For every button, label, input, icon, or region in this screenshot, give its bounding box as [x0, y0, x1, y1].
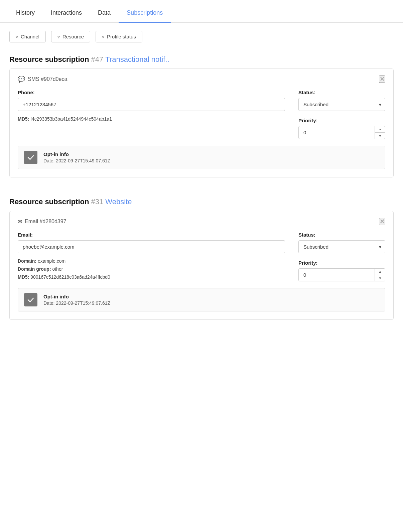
filters-bar: ▿ Channel ▿ Resource ▿ Profile status: [0, 23, 403, 46]
filter-profile-status-label: Profile status: [107, 34, 136, 39]
filter-icon-2: ▿: [57, 34, 60, 39]
section-2-title: Resource subscription: [9, 197, 89, 206]
card-2-domain-value: example.com: [38, 258, 65, 264]
card-2-domain-group-row: Domain group: other: [18, 265, 285, 273]
card-2-opt-in-checkbox: [24, 293, 37, 306]
card-2-priority-down[interactable]: ▼: [375, 275, 385, 281]
card-2-priority-wrapper: ▲ ▼: [298, 268, 385, 281]
section-1-card: 💬 SMS #907d0eca ✕ Phone: MD5: f4c293353b…: [9, 69, 394, 177]
card-1-phone-label: Phone:: [18, 90, 285, 95]
card-1-status-select-wrapper: Subscribed Unsubscribed Pending: [298, 98, 385, 111]
card-2-opt-in-title: Opt-in info: [43, 294, 110, 299]
filter-profile-status-button[interactable]: ▿ Profile status: [96, 31, 142, 42]
card-1-status-select[interactable]: Subscribed Unsubscribed Pending: [298, 98, 385, 111]
card-2-close-button[interactable]: ✕: [379, 218, 385, 225]
card-2-opt-in-date: Date: 2022-09-27T15:49:07.61Z: [43, 300, 110, 306]
card-2-domain-group-label: Domain group:: [18, 266, 51, 272]
card-1-opt-in-text: Opt-in info Date: 2022-09-27T15:49:07.61…: [43, 151, 110, 163]
card-1-form-row: Phone: MD5: f4c293353b3ba41d5244944c504a…: [18, 90, 385, 139]
envelope-icon: ✉: [18, 219, 22, 225]
card-2-domain-label: Domain:: [18, 258, 36, 264]
card-2-status-select-wrapper: Subscribed Unsubscribed Pending: [298, 240, 385, 253]
section-1-resource-name: Transactional notif..: [105, 55, 169, 63]
card-2-md5-value: 900167c512d6218c03a6ad24a4ffcbd0: [30, 274, 110, 280]
card-1-md5-value: f4c293353b3ba41d5244944c504ab1a1: [30, 116, 112, 122]
card-1-id: SMS #907d0eca: [28, 76, 67, 82]
card-1-opt-in-title: Opt-in info: [43, 151, 110, 157]
tab-history[interactable]: History: [8, 3, 43, 23]
card-2-domain-group-value: other: [52, 266, 63, 272]
section-2-card: ✉ Email #d280d397 ✕ Email: Domain: examp…: [9, 211, 394, 320]
card-1-left: Phone: MD5: f4c293353b3ba41d5244944c504a…: [18, 90, 285, 139]
card-1-priority-label: Priority:: [298, 118, 385, 123]
card-2-id: Email #d280d397: [25, 219, 66, 225]
tab-subscriptions[interactable]: Subscriptions: [119, 3, 171, 23]
card-1-status-label: Status:: [298, 90, 385, 95]
checkmark-icon: [27, 154, 34, 161]
card-1-priority-down[interactable]: ▼: [375, 133, 385, 139]
card-1-opt-in-date: Date: 2022-09-27T15:49:07.61Z: [43, 158, 110, 163]
section-2-resource-name: Website: [105, 197, 132, 206]
card-1-right: Status: Subscribed Unsubscribed Pending …: [298, 90, 385, 139]
card-1-priority-up[interactable]: ▲: [375, 126, 385, 133]
card-1-opt-in-box: Opt-in info Date: 2022-09-27T15:49:07.61…: [18, 146, 385, 169]
filter-channel-label: Channel: [21, 34, 39, 39]
card-2-opt-in-box: Opt-in info Date: 2022-09-27T15:49:07.61…: [18, 288, 385, 311]
section-1-resource-id: #47: [91, 55, 104, 63]
section-2-header: Resource subscription #31 Website: [0, 188, 403, 211]
section-2-resource-id: #31: [91, 197, 104, 206]
tab-data[interactable]: Data: [90, 3, 119, 23]
card-2-domain-rows: Domain: example.com Domain group: other …: [18, 257, 285, 281]
card-2-status-select[interactable]: Subscribed Unsubscribed Pending: [298, 240, 385, 253]
filter-channel-button[interactable]: ▿ Channel: [9, 31, 46, 42]
card-2-md5-label: MD5:: [18, 274, 29, 280]
tab-interactions[interactable]: Interactions: [43, 3, 90, 23]
tabs-nav: History Interactions Data Subscriptions: [0, 3, 403, 23]
card-1-priority-arrows: ▲ ▼: [375, 126, 385, 139]
section-1-header: Resource subscription #47 Transactional …: [0, 46, 403, 69]
card-1-phone-input[interactable]: [18, 98, 285, 111]
card-2-left: Email: Domain: example.com Domain group:…: [18, 232, 285, 281]
card-1-close-button[interactable]: ✕: [379, 76, 385, 83]
card-1-opt-in-checkbox: [24, 151, 37, 164]
card-2-opt-in-text: Opt-in info Date: 2022-09-27T15:49:07.61…: [43, 294, 110, 306]
card-1-md5-label: MD5:: [18, 116, 29, 122]
card-2-priority-input[interactable]: [298, 268, 385, 281]
card-2-header: ✉ Email #d280d397 ✕: [18, 218, 385, 225]
card-2-priority-label: Priority:: [298, 260, 385, 266]
filter-resource-button[interactable]: ▿ Resource: [51, 31, 90, 42]
card-2-domain-row: Domain: example.com: [18, 257, 285, 265]
card-2-email-input[interactable]: [18, 240, 285, 253]
card-2-title: ✉ Email #d280d397: [18, 219, 66, 225]
filter-resource-label: Resource: [62, 34, 84, 39]
card-1-md5-row: MD5: f4c293353b3ba41d5244944c504ab1a1: [18, 116, 285, 122]
card-1-header: 💬 SMS #907d0eca ✕: [18, 76, 385, 83]
checkmark-icon-2: [27, 296, 34, 303]
card-1-priority-input[interactable]: [298, 126, 385, 139]
card-2-priority-arrows: ▲ ▼: [375, 268, 385, 281]
card-2-status-label: Status:: [298, 232, 385, 238]
card-2-email-label: Email:: [18, 232, 285, 238]
filter-icon-3: ▿: [102, 34, 104, 39]
section-1-title: Resource subscription: [9, 55, 89, 63]
card-2-priority-up[interactable]: ▲: [375, 268, 385, 275]
card-1-title: 💬 SMS #907d0eca: [18, 76, 67, 83]
filter-icon: ▿: [16, 34, 18, 39]
card-1-priority-wrapper: ▲ ▼: [298, 126, 385, 139]
chat-icon: 💬: [18, 76, 25, 83]
card-2-form-row: Email: Domain: example.com Domain group:…: [18, 232, 385, 281]
card-2-md5-row: MD5: 900167c512d6218c03a6ad24a4ffcbd0: [18, 273, 285, 281]
card-2-right: Status: Subscribed Unsubscribed Pending …: [298, 232, 385, 281]
